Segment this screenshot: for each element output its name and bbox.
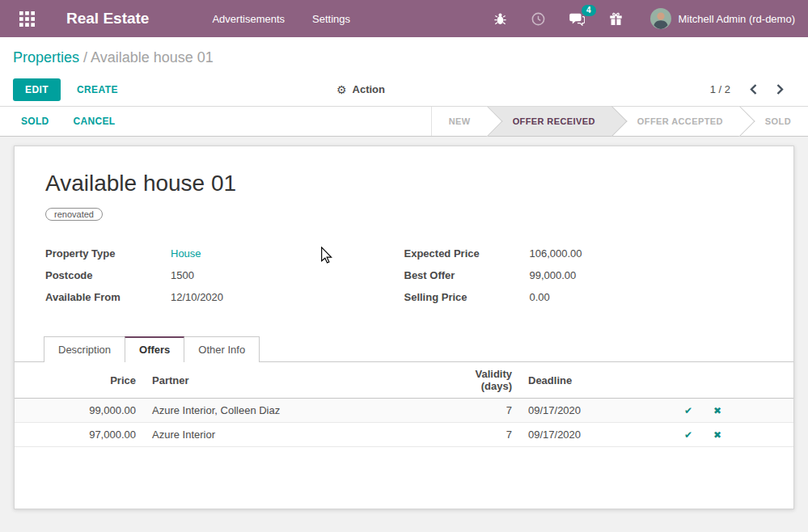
gift-icon: [609, 12, 623, 26]
offer-1-deadline: 09/17/2020: [520, 399, 674, 423]
field-label-expected-price: Expected Price: [404, 247, 530, 260]
user-menu[interactable]: Mitchell Admin (rd-demo): [650, 8, 796, 29]
offer-2-deadline: 09/17/2020: [520, 423, 674, 447]
field-label-best-offer: Best Offer: [404, 269, 530, 281]
pager-next-button[interactable]: [776, 84, 784, 95]
offer-2-validity: 7: [435, 423, 520, 447]
statusbar-buttons: SOLD CANCEL: [0, 107, 127, 136]
main-menu: Advertisements Settings: [212, 13, 350, 25]
tab-offers[interactable]: Offers: [125, 336, 184, 362]
notebook-tabs: Description Offers Other Info: [15, 336, 793, 362]
grid-3x3-icon: [19, 11, 35, 27]
navbar-systray: 4 Mitchell Admin (rd-demo): [469, 8, 796, 29]
accept-offer-button check-icon[interactable]: ✔: [684, 405, 692, 416]
accept-offer-button check-icon[interactable]: ✔: [684, 429, 692, 441]
offer-1-price: 99,000.00: [15, 399, 144, 423]
gear-icon: ⚙: [336, 83, 347, 96]
state-step-new[interactable]: NEW: [432, 107, 488, 136]
clock-icon: [531, 12, 545, 26]
menu-advertisements[interactable]: Advertisements: [212, 13, 285, 25]
offers-header-row: Price Partner Validity (days) Deadline: [15, 362, 793, 399]
offer-1-validity: 7: [435, 399, 520, 423]
bug-icon: [493, 12, 507, 26]
field-value-best-offer: 99,000.00: [530, 269, 577, 281]
column-header-partner[interactable]: Partner: [144, 362, 435, 399]
chevron-left-icon: [750, 84, 757, 95]
page-title: Available house 01: [45, 171, 763, 196]
action-menu-label: Action: [353, 83, 385, 95]
offer-row-2[interactable]: 97,000.00 Azure Interior 7 09/17/2020 ✔ …: [15, 423, 793, 447]
offer-2-partner: Azure Interior: [144, 423, 435, 447]
offers-table: Price Partner Validity (days) Deadline 9…: [15, 362, 793, 447]
user-name: Mitchell Admin (rd-demo): [679, 13, 796, 25]
column-header-validity[interactable]: Validity (days): [435, 362, 520, 399]
field-group-left: Property Type House Postcode 1500 Availa…: [45, 247, 404, 313]
pager: 1 / 2: [710, 83, 795, 95]
tag-renovated: renovated: [45, 208, 103, 221]
breadcrumb-current: Available house 01: [91, 49, 214, 65]
activities-button[interactable]: [531, 12, 545, 26]
field-value-property-type[interactable]: House: [171, 247, 201, 260]
field-label-selling-price: Selling Price: [404, 291, 530, 303]
tab-other-info[interactable]: Other Info: [184, 336, 260, 362]
tab-description[interactable]: Description: [44, 336, 125, 362]
messages-button[interactable]: 4: [569, 12, 585, 26]
edit-button[interactable]: EDIT: [13, 78, 61, 101]
refuse-offer-button cross-icon[interactable]: ✖: [713, 429, 721, 441]
pager-previous-button[interactable]: [750, 84, 757, 95]
form-statusbar: SOLD CANCEL NEW OFFER RECEIVED OFFER ACC…: [0, 107, 808, 137]
top-navbar: Real Estate Advertisements Settings: [0, 0, 808, 37]
pager-value: 1 / 2: [710, 83, 730, 95]
refuse-offer-button cross-icon[interactable]: ✖: [713, 405, 721, 416]
form-sheet-background: Available house 01 renovated Property Ty…: [0, 137, 808, 518]
control-panel-buttons-row: EDIT CREATE ⚙ Action 1 / 2: [0, 73, 808, 107]
column-header-price[interactable]: Price: [15, 362, 144, 399]
field-value-available-from: 12/10/2020: [171, 291, 223, 303]
action-menu-button[interactable]: ⚙ Action: [336, 83, 385, 96]
form-card: Available house 01 renovated Property Ty…: [14, 146, 794, 509]
field-value-expected-price: 106,000.00: [530, 247, 582, 260]
cancel-button[interactable]: CANCEL: [61, 116, 128, 127]
field-groups: Property Type House Postcode 1500 Availa…: [45, 247, 763, 313]
column-header-deadline[interactable]: Deadline: [520, 362, 674, 399]
sold-button[interactable]: SOLD: [9, 116, 61, 127]
apps-menu-button[interactable]: [13, 5, 40, 32]
debug-menu-button[interactable]: [493, 12, 507, 26]
gift-button[interactable]: [609, 12, 623, 26]
field-group-right: Expected Price 106,000.00 Best Offer 99,…: [404, 247, 764, 313]
message-count-badge: 4: [582, 5, 596, 16]
create-button[interactable]: CREATE: [77, 84, 118, 95]
breadcrumb-properties-link[interactable]: Properties: [13, 49, 79, 65]
offer-2-price: 97,000.00: [15, 423, 144, 447]
state-steps: NEW OFFER RECEIVED OFFER ACCEPTED SOLD: [431, 107, 808, 136]
menu-settings[interactable]: Settings: [312, 13, 350, 25]
field-label-postcode: Postcode: [45, 269, 171, 281]
state-step-offer-accepted[interactable]: OFFER ACCEPTED: [612, 107, 740, 136]
chevron-right-icon: [776, 84, 784, 95]
app-name[interactable]: Real Estate: [66, 10, 149, 27]
avatar: [650, 8, 671, 29]
control-panel: Properties / Available house 01 EDIT CRE…: [0, 37, 808, 107]
field-label-available-from: Available From: [45, 291, 171, 303]
offer-1-partner: Azure Interior, Colleen Diaz: [144, 399, 435, 423]
offer-row-1[interactable]: 99,000.00 Azure Interior, Colleen Diaz 7…: [15, 399, 793, 423]
field-value-selling-price: 0.00: [530, 291, 550, 303]
field-label-property-type: Property Type: [45, 247, 171, 260]
state-step-offer-received[interactable]: OFFER RECEIVED: [488, 107, 612, 136]
field-value-postcode: 1500: [171, 269, 194, 281]
breadcrumb: Properties / Available house 01: [0, 37, 808, 73]
breadcrumb-separator: /: [83, 49, 87, 65]
